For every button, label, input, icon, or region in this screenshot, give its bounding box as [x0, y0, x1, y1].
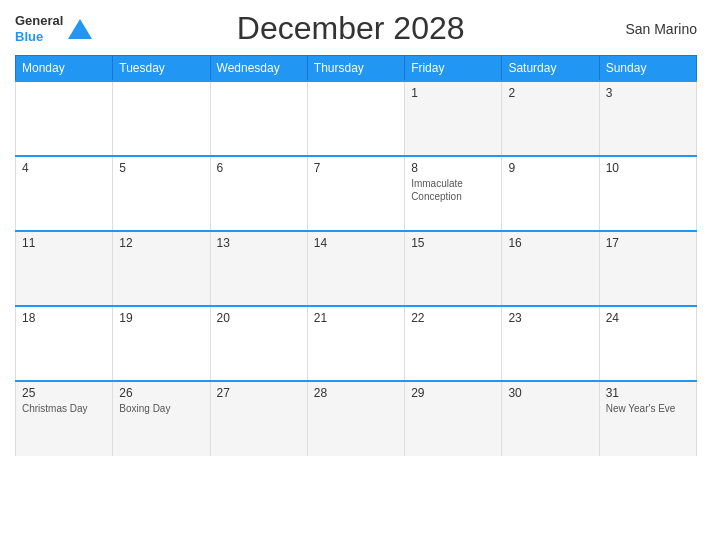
calendar-cell: 2: [502, 81, 599, 156]
day-number: 21: [314, 311, 398, 325]
day-number: 27: [217, 386, 301, 400]
calendar-cell: 13: [210, 231, 307, 306]
calendar-cell: 19: [113, 306, 210, 381]
day-number: 25: [22, 386, 106, 400]
day-number: 2: [508, 86, 592, 100]
holiday-name: Christmas Day: [22, 402, 106, 415]
day-number: 17: [606, 236, 690, 250]
logo-general-text: General: [15, 13, 63, 29]
calendar-cell: 26Boxing Day: [113, 381, 210, 456]
calendar-cell: 29: [405, 381, 502, 456]
header-friday: Friday: [405, 56, 502, 82]
calendar-cell: 30: [502, 381, 599, 456]
day-number: 24: [606, 311, 690, 325]
weekday-header-row: Monday Tuesday Wednesday Thursday Friday…: [16, 56, 697, 82]
calendar-cell: 14: [307, 231, 404, 306]
logo: General Blue: [15, 13, 94, 44]
country-name: San Marino: [607, 21, 697, 37]
svg-marker-0: [68, 19, 92, 39]
calendar-cell: 16: [502, 231, 599, 306]
calendar-cell: 25Christmas Day: [16, 381, 113, 456]
day-number: 5: [119, 161, 203, 175]
day-number: 6: [217, 161, 301, 175]
calendar-cell: 28: [307, 381, 404, 456]
calendar-cell: 4: [16, 156, 113, 231]
day-number: 12: [119, 236, 203, 250]
calendar-cell: 5: [113, 156, 210, 231]
holiday-name: New Year's Eve: [606, 402, 690, 415]
day-number: 10: [606, 161, 690, 175]
day-number: 26: [119, 386, 203, 400]
calendar-cell: 24: [599, 306, 696, 381]
calendar-container: General Blue December 2028 San Marino Mo…: [0, 0, 712, 550]
header-tuesday: Tuesday: [113, 56, 210, 82]
calendar-week-row: 45678Immaculate Conception910: [16, 156, 697, 231]
calendar-cell: 23: [502, 306, 599, 381]
calendar-cell: 3: [599, 81, 696, 156]
header-monday: Monday: [16, 56, 113, 82]
header: General Blue December 2028 San Marino: [15, 10, 697, 47]
month-title: December 2028: [94, 10, 607, 47]
day-number: 20: [217, 311, 301, 325]
logo-blue-text: Blue: [15, 29, 63, 45]
calendar-week-row: 123: [16, 81, 697, 156]
holiday-name: Boxing Day: [119, 402, 203, 415]
calendar-cell: 6: [210, 156, 307, 231]
day-number: 28: [314, 386, 398, 400]
calendar-week-row: 11121314151617: [16, 231, 697, 306]
calendar-cell: [113, 81, 210, 156]
header-sunday: Sunday: [599, 56, 696, 82]
day-number: 31: [606, 386, 690, 400]
day-number: 16: [508, 236, 592, 250]
day-number: 14: [314, 236, 398, 250]
calendar-cell: [210, 81, 307, 156]
logo-icon: [66, 15, 94, 43]
calendar-week-row: 25Christmas Day26Boxing Day2728293031New…: [16, 381, 697, 456]
calendar-week-row: 18192021222324: [16, 306, 697, 381]
header-saturday: Saturday: [502, 56, 599, 82]
calendar-cell: 10: [599, 156, 696, 231]
calendar-cell: 22: [405, 306, 502, 381]
day-number: 9: [508, 161, 592, 175]
day-number: 4: [22, 161, 106, 175]
header-wednesday: Wednesday: [210, 56, 307, 82]
day-number: 23: [508, 311, 592, 325]
day-number: 29: [411, 386, 495, 400]
day-number: 7: [314, 161, 398, 175]
holiday-name: Immaculate Conception: [411, 177, 495, 203]
day-number: 18: [22, 311, 106, 325]
calendar-cell: 18: [16, 306, 113, 381]
day-number: 1: [411, 86, 495, 100]
day-number: 22: [411, 311, 495, 325]
day-number: 30: [508, 386, 592, 400]
calendar-cell: 11: [16, 231, 113, 306]
header-thursday: Thursday: [307, 56, 404, 82]
day-number: 8: [411, 161, 495, 175]
calendar-cell: [307, 81, 404, 156]
calendar-cell: 20: [210, 306, 307, 381]
day-number: 15: [411, 236, 495, 250]
calendar-cell: [16, 81, 113, 156]
calendar-cell: 21: [307, 306, 404, 381]
day-number: 13: [217, 236, 301, 250]
day-number: 19: [119, 311, 203, 325]
calendar-cell: 1: [405, 81, 502, 156]
calendar-cell: 7: [307, 156, 404, 231]
calendar-cell: 8Immaculate Conception: [405, 156, 502, 231]
calendar-cell: 27: [210, 381, 307, 456]
calendar-cell: 9: [502, 156, 599, 231]
calendar-cell: 12: [113, 231, 210, 306]
calendar-table: Monday Tuesday Wednesday Thursday Friday…: [15, 55, 697, 456]
calendar-cell: 15: [405, 231, 502, 306]
day-number: 11: [22, 236, 106, 250]
calendar-cell: 31New Year's Eve: [599, 381, 696, 456]
calendar-cell: 17: [599, 231, 696, 306]
day-number: 3: [606, 86, 690, 100]
